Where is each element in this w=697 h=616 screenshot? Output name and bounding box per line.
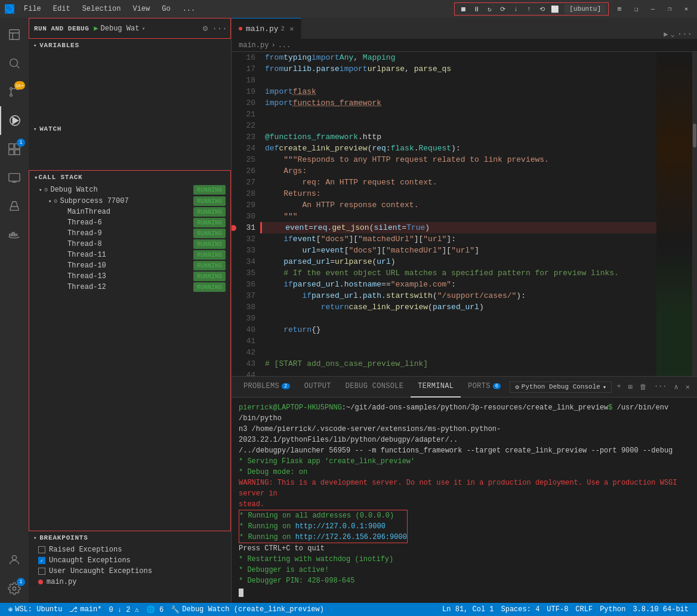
menu-view[interactable]: View: [128, 4, 155, 14]
status-encoding[interactable]: UTF-8: [543, 605, 572, 614]
callstack-header[interactable]: ▾ CALL STACK: [29, 171, 230, 184]
tab-output[interactable]: OUTPUT: [297, 377, 338, 398]
tab-close-icon[interactable]: ✕: [289, 24, 294, 33]
variables-header[interactable]: ▾ VARIABLES: [29, 39, 231, 52]
thread-status-badge: RUNNING: [193, 272, 226, 281]
callstack-thread-13[interactable]: Thread-13 RUNNING: [39, 271, 230, 282]
debug-session-label: Debug Watch (create_link_preview): [182, 605, 324, 614]
debug-step-out-btn[interactable]: ↑: [523, 4, 535, 14]
callstack-thread-9[interactable]: Thread-9 RUNNING: [39, 228, 230, 239]
breakpoint-raised-exceptions[interactable]: Raised Exceptions: [29, 544, 231, 555]
status-line-col[interactable]: Ln 81, Col 1: [439, 605, 497, 614]
menu-edit[interactable]: Edit: [48, 4, 75, 14]
status-sync[interactable]: 0 ↓ 2 ⚠: [105, 605, 142, 614]
callstack-thread-12[interactable]: Thread-12 RUNNING: [39, 282, 230, 292]
run-debug-icon[interactable]: [0, 106, 29, 135]
account-icon[interactable]: [0, 546, 29, 574]
tab-terminal[interactable]: TERMINAL: [411, 377, 461, 398]
code-content[interactable]: from typing import Any, Mapping from url…: [260, 52, 656, 376]
scrollbar-thumb[interactable]: [693, 124, 696, 147]
status-wsl[interactable]: ⊕ WSL: Ubuntu: [5, 605, 66, 614]
status-language[interactable]: Python: [596, 605, 629, 614]
testing-icon[interactable]: [0, 192, 29, 221]
panel-maximize-btn[interactable]: ∧: [672, 381, 681, 393]
menu-go[interactable]: Go: [157, 4, 175, 14]
tab-debug-console[interactable]: DEBUG CONSOLE: [338, 377, 411, 398]
tab-main-py[interactable]: main.py 2 ✕: [232, 18, 301, 39]
breadcrumb-path[interactable]: ...: [278, 41, 291, 50]
raised-exceptions-checkbox[interactable]: [38, 546, 45, 553]
user-uncaught-checkbox[interactable]: [38, 568, 45, 575]
tab-ports[interactable]: PORTS 6: [461, 377, 508, 398]
uncaught-exceptions-checkbox[interactable]: [38, 557, 45, 564]
svg-point-2: [10, 94, 13, 97]
callstack-thread-8[interactable]: Thread-8 RUNNING: [39, 239, 230, 250]
add-terminal-btn[interactable]: +: [614, 381, 623, 392]
debug-restart-btn[interactable]: ↻: [483, 4, 495, 14]
status-debug-session[interactable]: 🔧 Debug Watch (create_link_preview): [167, 605, 328, 614]
extensions-icon[interactable]: 1: [0, 135, 29, 164]
split-terminal-btn[interactable]: ⊞: [626, 381, 635, 393]
debug-continue-btn[interactable]: ⟲: [536, 4, 548, 14]
callstack-thread-mainthread[interactable]: MainThread RUNNING: [39, 207, 230, 217]
encoding-label: UTF-8: [547, 605, 568, 614]
remote-explorer-icon[interactable]: [0, 164, 29, 192]
source-control-icon[interactable]: 1K+: [0, 78, 29, 106]
debug-pause-btn[interactable]: ⏸: [470, 4, 482, 14]
settings-icon[interactable]: 1: [0, 574, 29, 603]
breadcrumb-file[interactable]: main.py: [239, 41, 269, 50]
watch-header[interactable]: ▾ WATCH: [29, 122, 231, 135]
menu-selection[interactable]: Selection: [78, 4, 126, 14]
status-line-ending[interactable]: CRLF: [572, 605, 596, 614]
trash-btn[interactable]: 🗑: [637, 381, 649, 393]
breakpoint-main-py[interactable]: main.py: [29, 577, 231, 587]
breakpoint-user-uncaught[interactable]: User Uncaught Exceptions: [29, 566, 231, 577]
close-btn[interactable]: ✕: [680, 4, 692, 14]
code-line-17: from urllib.parse import urlparse, parse…: [260, 63, 656, 75]
debug-step-over-btn[interactable]: ⟳: [496, 4, 508, 14]
debug-step-into-btn[interactable]: ↓: [510, 4, 522, 14]
python-debug-console-btn[interactable]: ⚙ Python Debug Console ▾: [510, 381, 612, 393]
branch-icon: ⎇: [69, 605, 78, 614]
split-editor-btn[interactable]: ⌄: [671, 30, 675, 39]
more-actions-btn[interactable]: ···: [214, 23, 226, 35]
explorer-icon[interactable]: [0, 20, 29, 49]
minimize-btn[interactable]: —: [647, 4, 659, 14]
status-ports[interactable]: 🌐 6: [143, 605, 167, 614]
callstack-group-header-debug-watch[interactable]: ▾ ⚙ Debug Watch RUNNING: [29, 184, 230, 195]
status-branch[interactable]: ⎇ main*: [66, 605, 105, 614]
terminal-line-cmd2: n3 /home/pierrick/.vscode-server/extensi…: [239, 424, 690, 445]
panel-more-btn[interactable]: ···: [652, 381, 670, 392]
breakpoint-uncaught-exceptions[interactable]: Uncaught Exceptions: [29, 555, 231, 566]
callstack-thread-11[interactable]: Thread-11 RUNNING: [39, 250, 230, 260]
docker-icon[interactable]: [0, 221, 29, 250]
menu-more[interactable]: ...: [178, 4, 201, 14]
layout-btn[interactable]: ⊞: [613, 4, 625, 14]
line-27: 27: [232, 177, 255, 188]
settings-gear-btn[interactable]: ⚙: [199, 23, 211, 35]
line-19: 19: [232, 86, 255, 97]
search-icon[interactable]: [0, 49, 29, 78]
callstack-thread-10[interactable]: Thread-10 RUNNING: [39, 260, 230, 271]
maximize-btn[interactable]: ❐: [664, 4, 676, 14]
breakpoints-header[interactable]: ▾ BREAKPOINTS: [29, 531, 231, 544]
layout2-btn[interactable]: ❑: [630, 4, 642, 14]
debug-stop-btn[interactable]: ⏹: [457, 4, 469, 14]
run-btn[interactable]: ▶: [664, 30, 668, 39]
debug-stop2-btn[interactable]: ⬜: [549, 4, 561, 14]
terminal-content[interactable]: pierrick@LAPTOP-HKU5PNNG:~/git/add-ons-s…: [232, 398, 697, 603]
status-python-version[interactable]: 3.8.10 64-bit: [629, 605, 692, 614]
tab-problems[interactable]: PROBLEMS 2: [236, 377, 297, 398]
debug-config-selector[interactable]: ▶ Debug Wat ▾: [94, 24, 145, 33]
panel-close-btn[interactable]: ✕: [683, 381, 692, 393]
uncaught-exceptions-label: Uncaught Exceptions: [49, 556, 131, 565]
callstack-thread-6[interactable]: Thread-6 RUNNING: [39, 217, 230, 228]
menu-file[interactable]: File: [19, 4, 46, 14]
vertical-scrollbar[interactable]: [692, 52, 697, 376]
callstack-subprocess-header[interactable]: ▾ ⚙ Subprocess 77007 RUNNING: [39, 196, 230, 207]
code-editor[interactable]: 16 17 18 19 20 21 22 23 24 25 26 27 28 2…: [232, 52, 697, 376]
status-spaces[interactable]: Spaces: 4: [498, 605, 544, 614]
run-debug-header: RUN AND DEBUG ▶ Debug Wat ▾ ⚙ ···: [29, 18, 231, 39]
code-line-26: Args:: [260, 165, 656, 177]
editor-more-btn[interactable]: ···: [677, 29, 692, 39]
